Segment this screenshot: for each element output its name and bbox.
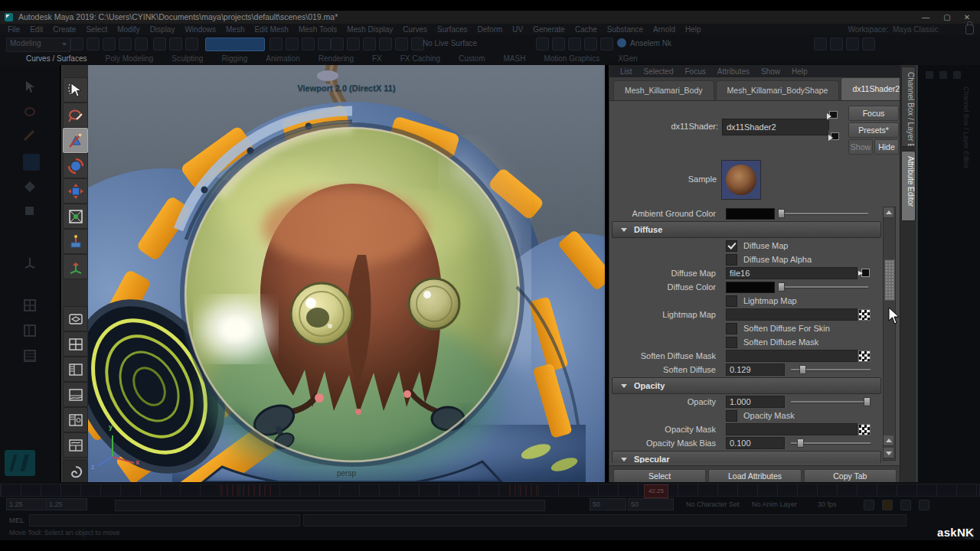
time-slider[interactable]: 42.25 bbox=[0, 484, 980, 497]
menu-item-generate[interactable]: Generate bbox=[533, 25, 565, 34]
scroll-up-icon[interactable] bbox=[884, 207, 893, 218]
scroll-down-icon[interactable] bbox=[884, 448, 893, 458]
menu-item-create[interactable]: Create bbox=[53, 25, 76, 34]
scrollbar-thumb[interactable] bbox=[884, 259, 895, 301]
range-slider-bar[interactable] bbox=[115, 500, 545, 511]
anim-start-field[interactable]: 1.25 bbox=[46, 498, 87, 510]
current-frame-marker[interactable]: 42.25 bbox=[644, 484, 668, 498]
menu-item-file[interactable]: File bbox=[8, 25, 20, 34]
presets-button[interactable]: Presets* bbox=[848, 122, 899, 138]
menu-item-mesh[interactable]: Mesh bbox=[226, 25, 244, 34]
shelf-tab-rendering[interactable]: Rendering bbox=[318, 54, 354, 63]
history-icons-group[interactable] bbox=[331, 37, 427, 51]
shelf-tab-fx-caching[interactable]: FX Caching bbox=[400, 54, 440, 63]
section-diffuse[interactable]: Diffuse bbox=[612, 221, 881, 238]
layout-hypershade-persp-button[interactable] bbox=[63, 407, 88, 432]
ae-menu-attributes[interactable]: Attributes bbox=[717, 67, 750, 76]
lightmap-map-field[interactable] bbox=[726, 308, 858, 321]
menu-item-help[interactable]: Help bbox=[685, 25, 701, 34]
attribute-scrollbar[interactable] bbox=[883, 207, 896, 461]
ae-menu-show[interactable]: Show bbox=[761, 67, 780, 76]
playback-end-field[interactable]: 50 bbox=[628, 498, 674, 510]
soften-diffuse-for-skin-checkbox[interactable] bbox=[726, 323, 737, 334]
file-buttons-group[interactable] bbox=[70, 37, 151, 51]
menu-item-deform[interactable]: Deform bbox=[478, 25, 503, 34]
snap-icons-group[interactable] bbox=[270, 37, 334, 51]
ae-menu-focus[interactable]: Focus bbox=[684, 67, 705, 76]
menu-item-display[interactable]: Display bbox=[150, 25, 175, 34]
scroll-up2-icon[interactable] bbox=[884, 435, 893, 446]
anim-end-field[interactable]: 50 bbox=[590, 498, 626, 510]
user-account-chip[interactable]: Anselem Nk bbox=[617, 38, 671, 47]
menu-item-substance[interactable]: Substance bbox=[607, 25, 643, 34]
section-opacity[interactable]: Opacity bbox=[612, 377, 881, 394]
opacity-slider[interactable] bbox=[791, 396, 871, 407]
close-button[interactable]: ✕ bbox=[959, 13, 975, 21]
menu-item-select[interactable]: Select bbox=[86, 25, 107, 34]
menu-item-surfaces[interactable]: Surfaces bbox=[437, 25, 467, 34]
soften-diffuse-slider[interactable] bbox=[791, 364, 871, 375]
move-tool-icon[interactable] bbox=[63, 153, 88, 178]
workspace-lock-icon[interactable] bbox=[965, 24, 974, 34]
anim-layer-label[interactable]: No Anim Layer bbox=[752, 500, 797, 508]
layout-three-pane-button[interactable] bbox=[63, 432, 88, 458]
shelf-tab-animation[interactable]: Animation bbox=[266, 54, 299, 63]
opacity-mask-bias-value-field[interactable]: 0.100 bbox=[726, 437, 785, 449]
shelf-tab-poly-modeling[interactable]: Poly Modeling bbox=[105, 54, 153, 63]
menu-item-edit-mesh[interactable]: Edit Mesh bbox=[254, 25, 288, 34]
clock-icon[interactable] bbox=[900, 500, 911, 510]
diffuse-map-texture-icon[interactable] bbox=[858, 268, 870, 278]
scale-tool-icon[interactable] bbox=[63, 204, 88, 229]
opacity-mask-checker-icon[interactable] bbox=[858, 424, 871, 435]
opacity-mask-checkbox[interactable] bbox=[726, 410, 737, 422]
rotate-tool-icon[interactable] bbox=[63, 178, 88, 204]
soft-mod-tool-icon[interactable] bbox=[63, 229, 88, 254]
soften-diffuse-mask-field[interactable] bbox=[726, 350, 858, 362]
menu-item-windows[interactable]: Windows bbox=[185, 25, 216, 34]
soften-diffuse-mask-checkbox[interactable] bbox=[726, 337, 737, 348]
layout-outliner-persp-button[interactable] bbox=[63, 357, 88, 382]
ambient-ground-color-swatch[interactable] bbox=[726, 208, 775, 220]
graph-icon[interactable] bbox=[882, 500, 893, 510]
opacity-mask-bias-slider[interactable] bbox=[791, 438, 871, 448]
mel-label[interactable]: MEL bbox=[9, 516, 24, 524]
hide-button[interactable]: Hide bbox=[874, 139, 899, 155]
diffuse-map-checkbox[interactable] bbox=[726, 240, 737, 252]
menu-item-mesh-display[interactable]: Mesh Display bbox=[347, 25, 393, 34]
menu-set-dropdown[interactable]: Modeling bbox=[6, 37, 70, 52]
shelf-tab-sculpting[interactable]: Sculpting bbox=[172, 54, 203, 63]
lightmap-map-checker-icon[interactable] bbox=[858, 309, 871, 321]
right-icons-group[interactable] bbox=[814, 37, 878, 51]
lasso-select-tool-icon[interactable] bbox=[63, 103, 88, 128]
diffuse-color-swatch[interactable] bbox=[726, 282, 775, 293]
ae-menu-list[interactable]: List bbox=[620, 67, 632, 76]
tab-mesh-killamari-body[interactable]: Mesh_Killamari_Body bbox=[613, 80, 714, 100]
layout-single-pane-button[interactable] bbox=[63, 306, 88, 331]
command-input[interactable] bbox=[29, 514, 300, 527]
menu-item-arnold[interactable]: Arnold bbox=[653, 25, 675, 34]
paint-select-tool-icon[interactable] bbox=[63, 128, 88, 153]
focus-button[interactable]: Focus bbox=[848, 106, 899, 121]
channel-box-layer-editor-tab[interactable]: Channel Box / Layer Editor bbox=[901, 67, 916, 147]
soften-diffuse-mask-checker-icon[interactable] bbox=[858, 350, 871, 362]
maximize-button[interactable]: ▢ bbox=[939, 13, 956, 21]
viewport-panel[interactable]: Viewport 2.0 (DirectX 11) persp y x z bbox=[88, 65, 605, 482]
playback-start-field[interactable]: 1.25 bbox=[6, 498, 47, 510]
character-set-label[interactable]: No Character Set bbox=[686, 500, 740, 508]
workspace-dropdown[interactable]: Maya Classic bbox=[893, 25, 959, 34]
menu-item-mesh-tools[interactable]: Mesh Tools bbox=[299, 25, 337, 34]
diffuse-map-field[interactable]: file16 bbox=[726, 267, 858, 279]
material-sample-swatch[interactable] bbox=[721, 160, 761, 200]
shelf-tab-mash[interactable]: MASH bbox=[503, 54, 525, 63]
fps-dropdown[interactable]: 30 fps bbox=[818, 500, 837, 508]
layout-persp-graph-button[interactable] bbox=[63, 382, 88, 407]
layout-four-pane-button[interactable] bbox=[63, 331, 88, 357]
section-specular[interactable]: Specular bbox=[612, 451, 881, 463]
ae-menu-help[interactable]: Help bbox=[792, 67, 808, 76]
shelf-tab-rigging[interactable]: Rigging bbox=[221, 54, 247, 63]
menu-item-uv[interactable]: UV bbox=[512, 25, 523, 34]
attribute-editor-tab[interactable]: Attribute Editor bbox=[901, 151, 916, 221]
select-tool-icon[interactable] bbox=[63, 77, 88, 103]
shelf-tab-motion-graphics[interactable]: Motion Graphics bbox=[544, 54, 599, 63]
swap-output-icon[interactable] bbox=[828, 130, 841, 142]
